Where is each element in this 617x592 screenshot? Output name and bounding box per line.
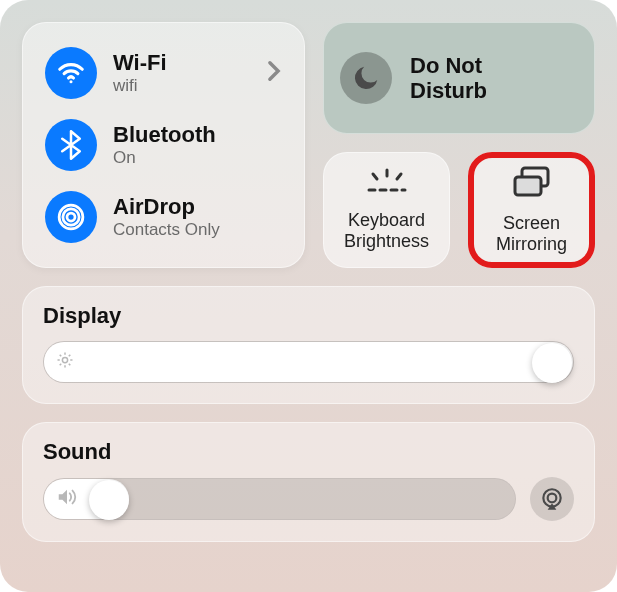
bluetooth-text: Bluetooth On <box>113 122 216 168</box>
airdrop-icon <box>45 191 97 243</box>
svg-point-20 <box>548 494 557 503</box>
display-card: Display <box>22 286 595 404</box>
svg-line-15 <box>60 355 62 357</box>
dnd-line1: Do Not <box>410 53 487 78</box>
bluetooth-row[interactable]: Bluetooth On <box>41 109 286 181</box>
dnd-label: Do Not Disturb <box>410 53 487 104</box>
moon-icon <box>340 52 392 104</box>
wifi-text: Wi-Fi wifi <box>113 50 167 96</box>
svg-line-16 <box>69 364 71 366</box>
screen-mirroring-icon <box>510 165 554 203</box>
dnd-line2: Disturb <box>410 78 487 103</box>
svg-rect-9 <box>515 177 541 195</box>
sound-slider-wrap <box>43 477 574 521</box>
tiles-row: Keyboard Brightness Screen Mirroring <box>323 152 595 268</box>
airdrop-subtitle: Contacts Only <box>113 220 220 240</box>
keyboard-brightness-icon <box>365 168 409 200</box>
control-center-panel: Wi-Fi wifi Bluetooth On <box>0 0 617 592</box>
bluetooth-icon <box>45 119 97 171</box>
do-not-disturb-card[interactable]: Do Not Disturb <box>323 22 595 134</box>
wifi-title: Wi-Fi <box>113 50 167 76</box>
display-slider-wrap <box>43 341 574 383</box>
airdrop-text: AirDrop Contacts Only <box>113 194 220 240</box>
svg-line-5 <box>373 174 377 179</box>
sound-knob[interactable] <box>89 480 129 520</box>
sound-slider[interactable] <box>43 478 516 520</box>
svg-line-18 <box>69 355 71 357</box>
svg-point-2 <box>63 209 79 225</box>
sun-icon <box>56 351 74 373</box>
wifi-icon <box>45 47 97 99</box>
display-knob[interactable] <box>532 343 572 383</box>
svg-point-10 <box>62 357 67 362</box>
screen-mirroring-tile[interactable]: Screen Mirroring <box>468 152 595 268</box>
airplay-audio-button[interactable] <box>530 477 574 521</box>
speaker-icon <box>56 487 78 511</box>
svg-line-17 <box>60 364 62 366</box>
connectivity-card: Wi-Fi wifi Bluetooth On <box>22 22 305 268</box>
display-slider[interactable] <box>43 341 574 383</box>
sound-title: Sound <box>43 439 574 465</box>
airdrop-row[interactable]: AirDrop Contacts Only <box>41 181 286 253</box>
bluetooth-subtitle: On <box>113 148 216 168</box>
svg-line-6 <box>397 174 401 179</box>
bluetooth-title: Bluetooth <box>113 122 216 148</box>
wifi-subtitle: wifi <box>113 76 167 96</box>
top-row: Wi-Fi wifi Bluetooth On <box>22 22 595 268</box>
screen-mirroring-label: Screen Mirroring <box>496 213 567 254</box>
sound-card: Sound <box>22 422 595 542</box>
keyboard-brightness-tile[interactable]: Keyboard Brightness <box>323 152 450 268</box>
airdrop-title: AirDrop <box>113 194 220 220</box>
wifi-row[interactable]: Wi-Fi wifi <box>41 37 286 109</box>
display-fill <box>44 342 573 382</box>
display-title: Display <box>43 303 574 329</box>
keyboard-brightness-label: Keyboard Brightness <box>344 210 429 251</box>
svg-point-0 <box>70 80 73 83</box>
chevron-right-icon[interactable] <box>266 60 282 86</box>
svg-point-1 <box>67 213 75 221</box>
right-column: Do Not Disturb Keyboard <box>323 22 595 268</box>
